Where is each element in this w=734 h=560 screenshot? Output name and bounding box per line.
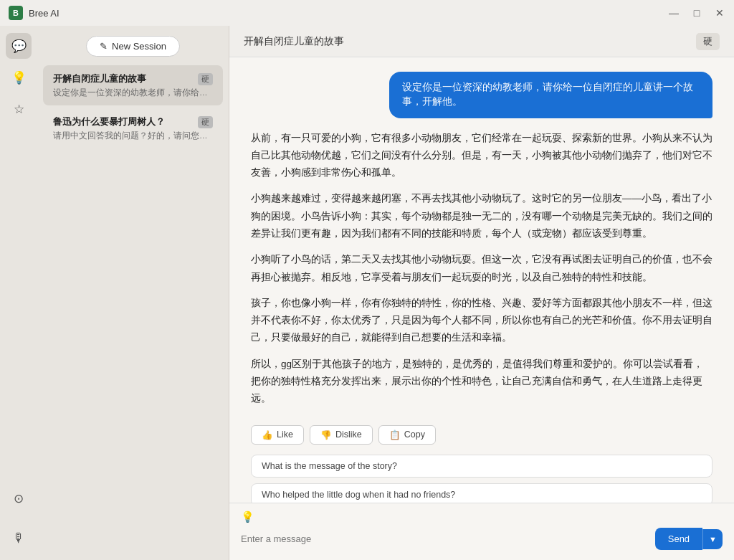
session-badge-1: 硬 bbox=[198, 73, 213, 85]
sidebar-lightbulb-icon[interactable]: 💡 bbox=[6, 65, 32, 90]
user-message: 设定你是一位资深的幼教老师，请你给一位自闭症的儿童讲一个故事，开解他。 bbox=[251, 72, 712, 118]
ai-content: 从前，有一只可爱的小狗，它有很多小动物朋友，它们经常在一起玩耍、探索新的世界。小… bbox=[251, 130, 712, 417]
dislike-icon: 👎 bbox=[320, 430, 332, 440]
session-preview-2: 请用中文回答我的问题？好的，请问您有什么... bbox=[53, 130, 211, 141]
input-row: Send ▼ bbox=[241, 528, 723, 550]
session-preview-1: 设定你是一位资深的幼教老师，请你给一位自... bbox=[53, 87, 211, 98]
suggestion-chip-1[interactable]: Who helped the little dog when it had no… bbox=[251, 483, 712, 503]
maximize-button[interactable]: □ bbox=[691, 7, 702, 19]
copy-icon: 📋 bbox=[389, 430, 401, 440]
app-logo: B bbox=[9, 6, 23, 20]
hint-lightbulb-icon: 💡 bbox=[241, 511, 254, 523]
new-session-icon: ✎ bbox=[100, 41, 108, 52]
sidebar-settings-icon[interactable]: ⊙ bbox=[6, 485, 32, 511]
user-bubble: 设定你是一位资深的幼教老师，请你给一位自闭症的儿童讲一个故事，开解他。 bbox=[389, 72, 712, 118]
minimize-button[interactable]: — bbox=[668, 7, 680, 19]
session-title-1: 开解自闭症儿童的故事 硬 bbox=[53, 72, 213, 85]
ai-paragraph-0: 从前，有一只可爱的小狗，它有很多小动物朋友，它们经常在一起玩耍、探索新的世界。小… bbox=[251, 130, 712, 182]
chat-header-title: 开解自闭症儿童的故事 bbox=[244, 35, 344, 48]
chat-area: 开解自闭症儿童的故事 硬 设定你是一位资深的幼教老师，请你给一位自闭症的儿童讲一… bbox=[229, 26, 734, 560]
send-button[interactable]: Send bbox=[655, 528, 702, 550]
close-button[interactable]: ✕ bbox=[714, 7, 725, 19]
session-title-2: 鲁迅为什么要暴打周树人？ 硬 bbox=[53, 115, 213, 128]
suggestion-chip-0[interactable]: What is the message of the story? bbox=[251, 455, 712, 478]
chat-header-action-button[interactable]: 硬 bbox=[696, 33, 720, 50]
like-button[interactable]: 👍 Like bbox=[251, 425, 304, 445]
session-badge-2: 硬 bbox=[198, 116, 213, 128]
copy-button[interactable]: 📋 Copy bbox=[378, 425, 436, 445]
title-bar: B Bree AI — □ ✕ bbox=[0, 0, 734, 26]
main-layout: 💬 💡 ☆ ⊙ 🎙 ✎ New Session 开解自闭症儿童的故事 硬 设定你… bbox=[0, 26, 734, 560]
ai-message: 从前，有一只可爱的小狗，它有很多小动物朋友，它们经常在一起玩耍、探索新的世界。小… bbox=[251, 130, 712, 503]
message-actions: 👍 Like 👎 Dislike 📋 Copy bbox=[251, 425, 712, 445]
dislike-button[interactable]: 👎 Dislike bbox=[310, 425, 373, 445]
ai-paragraph-2: 小狗听了小鸟的话，第二天又去找其他小动物玩耍。但这一次，它没有再试图去证明自己的… bbox=[251, 251, 712, 286]
ai-paragraph-4: 所以，gg区别于其他孩子的地方，是独特的，是优秀的，是值得我们尊重和爱护的。你可… bbox=[251, 356, 712, 408]
input-hint-row: 💡 bbox=[241, 511, 723, 523]
app-title: Bree AI bbox=[29, 8, 59, 19]
ai-paragraph-3: 孩子，你也像小狗一样，你有你独特的特性，你的性格、兴趣、爱好等方面都跟其他小朋友… bbox=[251, 295, 712, 347]
app-logo-letter: B bbox=[13, 9, 19, 17]
message-input[interactable] bbox=[241, 531, 648, 547]
new-session-label: New Session bbox=[112, 41, 166, 52]
send-button-group: Send ▼ bbox=[655, 528, 723, 550]
sidebar-star-icon[interactable]: ☆ bbox=[6, 96, 32, 122]
session-item-2[interactable]: 鲁迅为什么要暴打周树人？ 硬 请用中文回答我的问题？好的，请问您有什么... bbox=[43, 108, 223, 148]
sessions-panel: ✎ New Session 开解自闭症儿童的故事 硬 设定你是一位资深的幼教老师… bbox=[37, 26, 229, 560]
sidebar-chat-icon[interactable]: 💬 bbox=[6, 33, 32, 59]
title-bar-controls: — □ ✕ bbox=[668, 7, 725, 19]
like-icon: 👍 bbox=[262, 430, 273, 440]
title-bar-left: B Bree AI bbox=[9, 6, 59, 20]
send-dropdown-button[interactable]: ▼ bbox=[702, 529, 723, 549]
chat-messages: 设定你是一位资深的幼教老师，请你给一位自闭症的儿童讲一个故事，开解他。 从前，有… bbox=[229, 57, 734, 503]
new-session-button[interactable]: ✎ New Session bbox=[86, 36, 180, 57]
chat-input-area: 💡 Send ▼ bbox=[229, 503, 734, 560]
sessions-header: ✎ New Session bbox=[37, 26, 229, 64]
icon-sidebar: 💬 💡 ☆ ⊙ 🎙 bbox=[0, 26, 37, 560]
ai-paragraph-1: 小狗越来越难过，变得越来越闭塞，不再去找其他小动物玩了。这时它的另一位朋友——小… bbox=[251, 190, 712, 242]
chat-header: 开解自闭症儿童的故事 硬 bbox=[229, 26, 734, 57]
session-item-1[interactable]: 开解自闭症儿童的故事 硬 设定你是一位资深的幼教老师，请你给一位自... bbox=[43, 65, 223, 105]
sidebar-mic-icon[interactable]: 🎙 bbox=[6, 526, 32, 551]
